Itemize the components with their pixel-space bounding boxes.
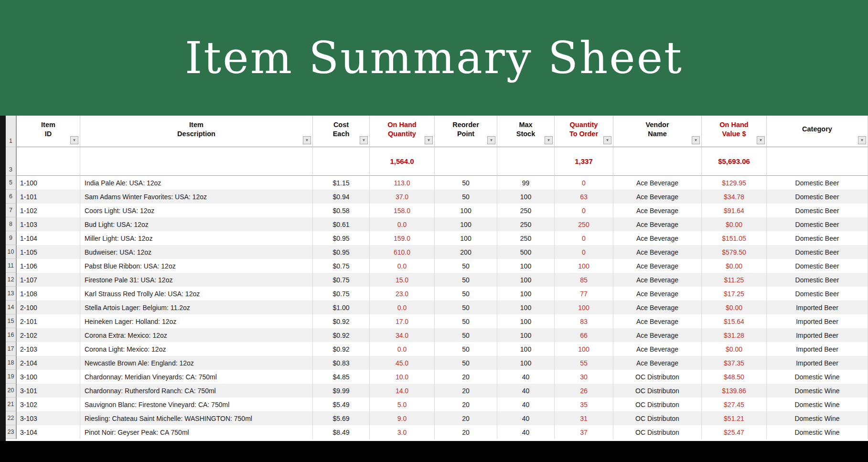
cell-category[interactable]: Imported Beer <box>767 314 868 328</box>
cell-category[interactable]: Domestic Beer <box>767 259 868 273</box>
cell-item-description[interactable]: Sam Adams Winter Favorites: USA: 12oz <box>80 190 313 204</box>
row-number[interactable]: 16 <box>6 328 17 342</box>
cell-item-description[interactable]: Corona Extra: Mexico: 12oz <box>80 328 313 342</box>
cell-cost-each[interactable]: $0.95 <box>313 245 370 259</box>
cell-category[interactable]: Domestic Wine <box>767 370 868 384</box>
cell-quantity-to-order[interactable]: 26 <box>555 384 613 398</box>
cell-on-hand-value[interactable]: $48.50 <box>702 370 767 384</box>
row-number[interactable]: 6 <box>6 190 17 204</box>
cell-quantity-to-order[interactable]: 35 <box>555 398 613 411</box>
cell-vendor-name[interactable]: OC Distributon <box>613 411 702 425</box>
cell-max-stock[interactable]: 99 <box>497 176 555 190</box>
cell-item-description[interactable]: India Pale Ale: USA: 12oz <box>80 176 313 190</box>
filter-dropdown-icon[interactable]: ▼ <box>603 136 611 144</box>
cell-on-hand-quantity[interactable]: 14.0 <box>370 384 435 398</box>
cell-category[interactable]: Domestic Wine <box>767 411 868 425</box>
cell-item-description[interactable]: Newcastle Brown Ale: England: 12oz <box>80 356 313 370</box>
cell-on-hand-quantity[interactable]: 3.0 <box>370 425 435 439</box>
cell-item-id[interactable]: 1-102 <box>17 204 80 217</box>
cell-on-hand-value[interactable]: $0.00 <box>702 217 767 231</box>
row-number[interactable]: 21 <box>6 398 17 411</box>
cell-item-description[interactable]: Pabst Blue Ribbon: USA: 12oz <box>80 259 313 273</box>
cell-category[interactable]: Imported Beer <box>767 356 868 370</box>
cell-on-hand-quantity[interactable]: 17.0 <box>370 314 435 328</box>
cell-cost-each[interactable]: $5.69 <box>313 411 370 425</box>
cell-cost-each[interactable]: $0.92 <box>313 342 370 356</box>
column-header-cost-each[interactable]: Cost Each ▼ <box>313 116 370 147</box>
cell-reorder-point[interactable]: 20 <box>435 425 497 439</box>
cell-max-stock[interactable]: 100 <box>497 342 555 356</box>
cell-item-id[interactable]: 3-102 <box>17 398 80 411</box>
cell-reorder-point[interactable]: 20 <box>435 384 497 398</box>
cell-category[interactable]: Domestic Beer <box>767 287 868 301</box>
cell-on-hand-quantity[interactable]: 9.0 <box>370 411 435 425</box>
cell-item-id[interactable]: 3-103 <box>17 411 80 425</box>
row-number[interactable]: 10 <box>6 245 17 259</box>
cell-on-hand-value[interactable]: $51.21 <box>702 411 767 425</box>
cell-cost-each[interactable]: $9.99 <box>313 384 370 398</box>
cell-reorder-point[interactable]: 50 <box>435 259 497 273</box>
cell-max-stock[interactable]: 250 <box>497 204 555 217</box>
cell-cost-each[interactable]: $0.58 <box>313 204 370 217</box>
cell-category[interactable]: Domestic Beer <box>767 190 868 204</box>
cell-vendor-name[interactable]: Ace Beverage <box>613 190 702 204</box>
cell-max-stock[interactable]: 100 <box>497 328 555 342</box>
cell-cost-each[interactable]: $0.95 <box>313 231 370 245</box>
column-header-max-stock[interactable]: Max Stock ▼ <box>497 116 555 147</box>
cell-item-description[interactable]: Stella Artois Lager: Belgium: 11.2oz <box>80 301 313 314</box>
cell-vendor-name[interactable]: Ace Beverage <box>613 328 702 342</box>
row-number[interactable]: 9 <box>6 231 17 245</box>
cell-on-hand-quantity[interactable]: 0.0 <box>370 259 435 273</box>
cell-on-hand-quantity[interactable]: 610.0 <box>370 245 435 259</box>
row-number[interactable]: 14 <box>6 301 17 314</box>
cell-reorder-point[interactable]: 50 <box>435 287 497 301</box>
cell-vendor-name[interactable]: OC Distributon <box>613 425 702 439</box>
filter-dropdown-icon[interactable]: ▼ <box>757 136 765 144</box>
cell-cost-each[interactable]: $0.75 <box>313 287 370 301</box>
cell-max-stock[interactable]: 40 <box>497 384 555 398</box>
cell-max-stock[interactable]: 40 <box>497 398 555 411</box>
cell-category[interactable]: Domestic Wine <box>767 384 868 398</box>
cell-quantity-to-order[interactable]: 37 <box>555 425 613 439</box>
cell-on-hand-quantity[interactable]: 158.0 <box>370 204 435 217</box>
cell-vendor-name[interactable]: Ace Beverage <box>613 273 702 287</box>
cell-item-id[interactable]: 3-101 <box>17 384 80 398</box>
cell-max-stock[interactable]: 100 <box>497 287 555 301</box>
cell-item-id[interactable]: 1-105 <box>17 245 80 259</box>
cell-cost-each[interactable]: $0.75 <box>313 259 370 273</box>
column-header-item-id[interactable]: Item ID ▼ <box>17 116 80 147</box>
cell-on-hand-value[interactable]: $25.47 <box>702 425 767 439</box>
cell-item-description[interactable]: Bud Light: USA: 12oz <box>80 217 313 231</box>
column-header-on-hand-quantity[interactable]: On Hand Quantity ▼ <box>370 116 435 147</box>
cell-item-id[interactable]: 2-101 <box>17 314 80 328</box>
row-number[interactable]: 15 <box>6 314 17 328</box>
cell-quantity-to-order[interactable]: 0 <box>555 245 613 259</box>
cell-item-id[interactable]: 2-103 <box>17 342 80 356</box>
cell-on-hand-value[interactable]: $15.64 <box>702 314 767 328</box>
cell-cost-each[interactable]: $1.15 <box>313 176 370 190</box>
cell-item-id[interactable]: 1-103 <box>17 217 80 231</box>
cell-reorder-point[interactable]: 100 <box>435 231 497 245</box>
row-number[interactable]: 19 <box>6 370 17 384</box>
cell-quantity-to-order[interactable]: 0 <box>555 176 613 190</box>
cell-on-hand-value[interactable]: $0.00 <box>702 259 767 273</box>
cell-on-hand-quantity[interactable]: 0.0 <box>370 301 435 314</box>
cell-max-stock[interactable]: 100 <box>497 259 555 273</box>
cell-category[interactable]: Domestic Beer <box>767 217 868 231</box>
cell-item-description[interactable]: Karl Strauss Red Trolly Ale: USA: 12oz <box>80 287 313 301</box>
cell-on-hand-quantity[interactable]: 23.0 <box>370 287 435 301</box>
cell-reorder-point[interactable]: 100 <box>435 204 497 217</box>
cell-reorder-point[interactable]: 20 <box>435 398 497 411</box>
cell-cost-each[interactable]: $0.75 <box>313 273 370 287</box>
cell-on-hand-quantity[interactable]: 0.0 <box>370 342 435 356</box>
filter-dropdown-icon[interactable]: ▼ <box>425 136 433 144</box>
cell-on-hand-quantity[interactable]: 0.0 <box>370 217 435 231</box>
cell-category[interactable]: Domestic Beer <box>767 176 868 190</box>
cell-item-description[interactable]: Heineken Lager: Holland: 12oz <box>80 314 313 328</box>
cell-item-id[interactable]: 2-104 <box>17 356 80 370</box>
cell-max-stock[interactable]: 40 <box>497 370 555 384</box>
column-header-vendor-name[interactable]: Vendor Name ▼ <box>613 116 702 147</box>
column-header-category[interactable]: Category ▼ <box>767 116 868 147</box>
filter-dropdown-icon[interactable]: ▼ <box>303 136 311 144</box>
cell-item-description[interactable]: Riesling: Chateau Saint Michelle: WASHIN… <box>80 411 313 425</box>
